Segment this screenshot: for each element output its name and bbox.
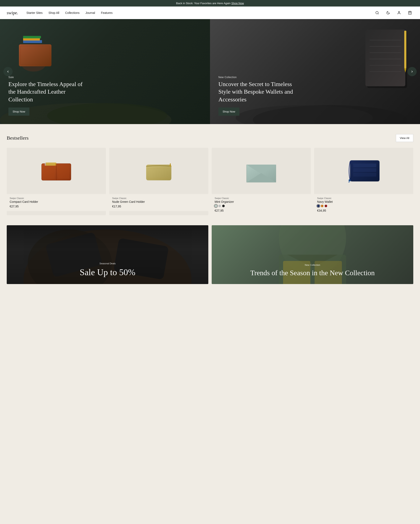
hero-shop-now-left[interactable]: Shop Now	[9, 107, 29, 116]
product-card-2[interactable]: Swipe Classic Nude Green Card Holder €17…	[109, 148, 208, 215]
nav-collections[interactable]: Collections	[65, 11, 79, 15]
svg-rect-38	[353, 164, 376, 167]
banner-seasonal-badge: Seasonal Deals	[13, 262, 201, 265]
product-card-1[interactable]: Swipe Classic Compact Card Holder €27,95	[7, 148, 106, 215]
banner-new-collection-badge: New Collection	[219, 264, 407, 266]
pouch-illustration	[143, 160, 175, 181]
svg-point-37	[348, 181, 350, 183]
product-image-1	[7, 148, 106, 194]
color-dot-burgundy[interactable]	[325, 205, 327, 207]
bestsellers-title: Bestsellers	[7, 135, 29, 141]
product-card-4[interactable]: Swipe Classic Navy Wallet €34,95	[314, 148, 413, 215]
color-dot-navy[interactable]	[317, 205, 320, 207]
nav-starter-sites[interactable]: Starter Sites	[26, 11, 43, 15]
chevron-left-icon	[6, 70, 10, 73]
svg-rect-40	[353, 173, 376, 176]
color-dot-black[interactable]	[222, 205, 225, 207]
view-all-button[interactable]: View All	[396, 134, 413, 142]
account-button[interactable]	[396, 9, 402, 16]
product-image-2	[109, 148, 208, 194]
banner-new-collection-title: Trends of the Season in the New Collecti…	[219, 269, 407, 277]
product-info-1: Swipe Classic Compact Card Holder €27,95	[7, 194, 106, 211]
product-info-3: Swipe Classic Mint Organizer €27,95	[212, 194, 311, 215]
banner-section: Seasonal Deals Sale Up to 50% New Collec…	[0, 225, 420, 294]
product-image-3	[212, 148, 311, 194]
svg-rect-39	[353, 168, 376, 172]
hero-title-left: Explore the Timeless Appeal of the Handc…	[9, 80, 88, 103]
wallet-illustration-right	[361, 26, 411, 90]
envelope-illustration	[245, 159, 278, 183]
product-price-4: €34,95	[317, 209, 410, 212]
cart-icon	[408, 11, 412, 15]
svg-rect-13	[365, 30, 405, 86]
product-brand-4: Swipe Classic	[317, 197, 410, 200]
svg-rect-28	[58, 165, 69, 179]
bestsellers-section: Bestsellers View All	[0, 124, 420, 225]
hero-content-left: Sale Explore the Timeless Appeal of the …	[9, 76, 88, 116]
color-dot-tan[interactable]	[321, 205, 324, 207]
hero-shop-now-right[interactable]: Shop Now	[219, 107, 239, 116]
banner-grid: Seasonal Deals Sale Up to 50% New Collec…	[7, 225, 413, 284]
svg-point-0	[376, 11, 378, 14]
moon-icon	[386, 11, 390, 15]
chevron-right-icon	[410, 70, 414, 73]
user-icon	[397, 11, 401, 15]
nav-features[interactable]: Features	[101, 11, 113, 15]
announcement-text: Back in Stock: Your Favorites are Here A…	[176, 2, 231, 5]
banner-seasonal-title: Sale Up to 50%	[13, 267, 201, 277]
nav-links: Starter Sites Shop All Collections Journ…	[26, 11, 374, 15]
product-price-1: €27,95	[10, 205, 103, 208]
svg-rect-32	[170, 163, 171, 166]
svg-rect-30	[46, 163, 56, 166]
nav-shop-all[interactable]: Shop All	[49, 11, 59, 15]
product-name-3: Mint Organizer	[215, 200, 308, 203]
product-brand-3: Swipe Classic	[215, 197, 308, 200]
announcement-link[interactable]: Shop Now	[231, 2, 244, 5]
banner-new-collection-content: New Collection Trends of the Season in t…	[219, 264, 407, 277]
product-name-4: Navy Wallet	[317, 200, 410, 203]
svg-point-1	[398, 11, 400, 13]
product-colors-4	[317, 205, 410, 207]
product-brand-1: Swipe Classic	[10, 197, 103, 200]
hero-carousel: Sale Explore the Timeless Appeal of the …	[0, 19, 420, 124]
svg-rect-5	[19, 44, 52, 66]
nav-icons	[374, 9, 413, 16]
svg-rect-8	[23, 36, 41, 38]
hero-content-right: New Collection Uncover the Secret to Tim…	[219, 76, 298, 116]
hero-panel-left: Sale Explore the Timeless Appeal of the …	[0, 19, 210, 124]
product-image-4	[314, 148, 413, 194]
color-dot-grey[interactable]	[219, 205, 221, 207]
product-colors-3	[215, 205, 308, 207]
carousel-prev-button[interactable]	[3, 67, 13, 76]
product-price-3: €27,95	[215, 209, 308, 212]
dark-mode-button[interactable]	[385, 9, 391, 16]
logo[interactable]: swipe.	[7, 10, 18, 16]
navbar: swipe. Starter Sites Shop All Collection…	[0, 7, 420, 19]
wallet-illustration-left	[13, 32, 59, 74]
banner-new-collection[interactable]: New Collection Trends of the Season in t…	[212, 225, 413, 284]
product-grid: Swipe Classic Compact Card Holder €27,95	[7, 148, 413, 215]
hero-badge-left: Sale	[9, 76, 88, 79]
product-name-2: Nude Green Card Holder	[112, 200, 205, 203]
zip-wallet-illustration	[346, 159, 382, 183]
product-price-2: €17,95	[112, 205, 205, 208]
svg-rect-6	[23, 40, 42, 43]
hero-badge-right: New Collection	[219, 76, 298, 79]
nav-journal[interactable]: Journal	[86, 11, 95, 15]
svg-rect-27	[43, 165, 55, 179]
svg-rect-20	[404, 31, 406, 69]
product-info-2: Swipe Classic Nude Green Card Holder €17…	[109, 194, 208, 211]
product-brand-2: Swipe Classic	[112, 197, 205, 200]
hero-title-right: Uncover the Secret to Timeless Style wit…	[219, 80, 298, 103]
cart-button[interactable]	[407, 9, 413, 16]
search-button[interactable]	[374, 9, 381, 16]
hero-panel-right: New Collection Uncover the Secret to Tim…	[210, 19, 420, 124]
color-dot-mint[interactable]	[215, 205, 217, 207]
hero-background: Sale Explore the Timeless Appeal of the …	[0, 19, 420, 124]
product-card-3[interactable]: Swipe Classic Mint Organizer €27,95	[212, 148, 311, 215]
banner-seasonal-content: Seasonal Deals Sale Up to 50%	[13, 262, 201, 277]
product-info-4: Swipe Classic Navy Wallet €34,95	[314, 194, 413, 215]
announcement-bar: Back in Stock: Your Favorites are Here A…	[0, 0, 420, 7]
carousel-next-button[interactable]	[407, 67, 417, 76]
banner-seasonal[interactable]: Seasonal Deals Sale Up to 50%	[7, 225, 208, 284]
